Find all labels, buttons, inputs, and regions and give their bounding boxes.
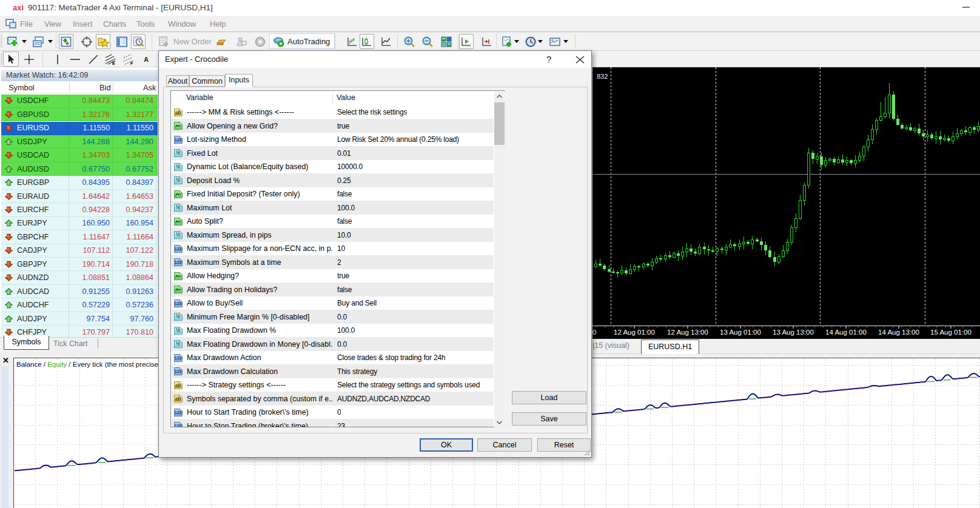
svg-text:ab: ab — [175, 382, 181, 388]
svg-text:123: 123 — [175, 356, 182, 360]
svg-text:ab: ab — [175, 109, 181, 115]
svg-text:F: F — [130, 61, 133, 65]
svg-text:123: 123 — [175, 138, 182, 142]
svg-text:ab: ab — [175, 396, 181, 402]
svg-text:A: A — [144, 56, 149, 63]
svg-text:123: 123 — [175, 424, 182, 427]
svg-text:½: ½ — [176, 164, 180, 170]
svg-text:½: ½ — [176, 327, 180, 333]
svg-text:E: E — [112, 61, 115, 65]
svg-text:123: 123 — [175, 301, 182, 306]
svg-text:½: ½ — [176, 205, 180, 211]
svg-text:123: 123 — [175, 410, 182, 415]
svg-text:½: ½ — [176, 178, 180, 184]
svg-text:½: ½ — [176, 232, 180, 238]
svg-text:½: ½ — [176, 341, 180, 347]
svg-text:½: ½ — [176, 150, 180, 156]
svg-text:123: 123 — [175, 260, 182, 264]
svg-text:½: ½ — [176, 314, 180, 320]
svg-text:123: 123 — [175, 247, 182, 251]
svg-text:123: 123 — [175, 369, 182, 373]
